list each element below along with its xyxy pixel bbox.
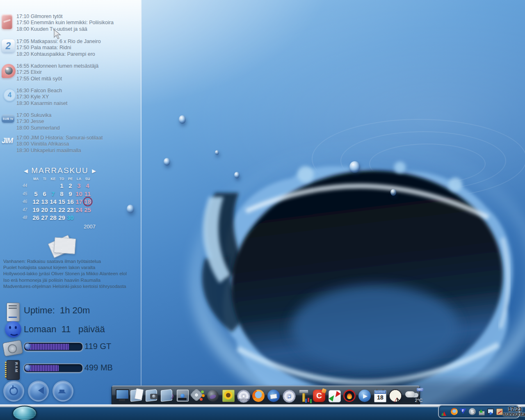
home-button[interactable] (52, 381, 73, 402)
program-line: 17:50 Pala maata: Ridni (16, 45, 101, 51)
calendar-prev-icon[interactable]: ◀ (23, 168, 29, 174)
nelonen-channel-icon[interactable]: 4 (3, 89, 16, 101)
dock-calendar-month: MARRAS (374, 390, 386, 394)
skype-glyph: S (471, 409, 474, 414)
dock-icon-my-computer[interactable] (114, 387, 129, 404)
tv2-glyph: 2 (6, 41, 11, 52)
calendar-day[interactable]: 26 (32, 214, 40, 221)
tv1-channel-icon[interactable] (2, 14, 12, 29)
uptime-text: Uptime: 1h 20m (24, 305, 90, 316)
dock-icon-media-player-dark[interactable] (205, 387, 220, 404)
dock-icon-control-panel[interactable] (190, 387, 205, 404)
tv2-channel-icon[interactable]: 2 (2, 39, 15, 52)
dock-icon-calendar[interactable]: MARRAS18 (372, 387, 387, 404)
water-droplet (164, 158, 170, 166)
dock-icon-network-places[interactable] (175, 387, 190, 404)
start-orb-button[interactable] (12, 406, 37, 420)
taskbar-clock[interactable]: 17:23 sunnuntai (503, 406, 525, 417)
subtv-channel-icon[interactable]: SUB tv (2, 114, 14, 123)
calendar-day-headers: MATIKETOPELASU (32, 177, 97, 181)
dock-icon-system-tools[interactable] (297, 387, 311, 404)
program-line: 18:30 Uhkapeluri maailmalla (16, 148, 103, 154)
calendar-day[interactable]: 7 (49, 190, 57, 197)
program-line: 17:50 Enemmän kuin lemmikki: Poliisikoir… (16, 20, 114, 26)
back-button[interactable] (28, 381, 49, 402)
jim-channel-icon[interactable]: JIM (2, 137, 13, 145)
panel-divider (141, 0, 142, 405)
antivirus-tray-icon[interactable] (441, 408, 449, 415)
calendar-day[interactable]: 27 (40, 214, 49, 221)
calendar-day[interactable]: 30 (66, 214, 75, 221)
calendar-day[interactable]: 14 (49, 198, 57, 205)
firefox-tray-icon[interactable] (450, 408, 458, 415)
calendar-day[interactable]: 23 (66, 206, 75, 213)
calendar-day[interactable]: 9 (66, 190, 75, 197)
ram-icon: RAM (7, 360, 20, 380)
calendar-day[interactable]: 13 (40, 198, 49, 205)
dock-calendar-day: 18 (374, 394, 386, 401)
clock-time: 17:23 (503, 406, 525, 412)
usb-eject-tray-icon[interactable] (477, 408, 485, 415)
dock-icon-itunes[interactable]: ♫ (281, 387, 296, 404)
dock-icon-weather[interactable]: ABC 2°C (403, 387, 424, 404)
fsecure-tray-icon[interactable]: F (459, 408, 467, 415)
water-droplet (215, 150, 219, 155)
dock-icon-ccleaner[interactable]: C (312, 387, 326, 404)
dock-icon-image-viewer[interactable] (221, 387, 235, 404)
calendar-week-number: 46 (23, 199, 32, 204)
disk-usage-bar (23, 342, 83, 352)
calendar-next-icon[interactable]: ▶ (91, 168, 97, 174)
calendar-week-number: 47 (23, 208, 32, 212)
calendar-day[interactable]: 24 (75, 206, 83, 213)
calendar-day[interactable]: 10 (75, 190, 83, 197)
power-button[interactable] (3, 381, 24, 402)
system-tray: F S 17:23 sunnuntai (438, 405, 520, 418)
calendar-day-header: MA (32, 177, 40, 181)
calendar-day[interactable]: 8 (57, 190, 66, 197)
calendar-day[interactable]: 28 (49, 214, 57, 221)
dock-icon-thunderbird[interactable] (266, 387, 281, 404)
dock-icon-documents-folder[interactable] (130, 387, 144, 404)
dock-icon-music-folder[interactable]: ♪ (160, 387, 175, 404)
calendar-day[interactable]: 19 (32, 206, 40, 213)
calendar-grid: 4412344556789101146121314151617184719202… (23, 182, 97, 222)
water-droplet (349, 161, 360, 173)
mtv3-channel-icon[interactable] (2, 64, 16, 78)
calendar-day-header: KE (49, 177, 57, 181)
calendar-day-header: SU (83, 177, 92, 181)
clock-day: sunnuntai (503, 412, 525, 417)
calendar-day[interactable]: 16 (66, 198, 75, 205)
calendar-day[interactable]: 2 (66, 182, 75, 189)
desktop: 17:10 Gilmoren tytöt 17:50 Enemmän kuin … (0, 0, 525, 420)
back-arrow-icon (34, 387, 44, 394)
calendar-day[interactable]: 4 (83, 182, 92, 189)
calendar-day[interactable]: 15 (57, 198, 66, 205)
program-line: 17:55 Olet mitä syöt (16, 76, 98, 82)
notes-tray-icon[interactable] (495, 408, 503, 415)
calendar-day[interactable]: 25 (83, 206, 92, 213)
calendar-today[interactable]: 18 (83, 198, 92, 205)
skype-offline-tray-icon[interactable]: S (468, 408, 476, 415)
calendar-day[interactable]: 12 (32, 198, 40, 205)
network-monitor-tray-icon[interactable] (486, 408, 494, 415)
program-line: 18:00 Viinitila Afrikassa (16, 141, 103, 147)
calendar-day[interactable]: 6 (40, 190, 49, 197)
dock-icon-firefox[interactable] (251, 387, 266, 404)
calendar-day[interactable]: 22 (57, 206, 66, 213)
water-splash-artwork (144, 135, 525, 410)
calendar-day[interactable]: 17 (75, 198, 83, 205)
dock-icon-dvd-profiler[interactable]: invelos (236, 387, 251, 404)
calendar-widget: ◀ MARRASKUU ▶ MATIKETOPELASU 44123445567… (23, 166, 97, 230)
dock-icon-pictures-folder[interactable] (145, 387, 160, 404)
calendar-day[interactable]: 29 (57, 214, 66, 221)
dock-icon-clock[interactable] (388, 387, 402, 404)
calendar-day[interactable]: 3 (75, 182, 83, 189)
calendar-day[interactable]: 1 (57, 182, 66, 189)
calendar-day[interactable]: 20 (40, 206, 49, 213)
dock-icon-disc-burner[interactable] (342, 387, 357, 404)
calendar-day[interactable]: 21 (49, 206, 57, 213)
calendar-day[interactable]: 11 (83, 190, 92, 197)
dock-icon-transfer-arrows[interactable] (327, 387, 342, 404)
dock-icon-media-player-blue[interactable]: ▶ (357, 387, 372, 404)
calendar-day[interactable]: 5 (32, 190, 40, 197)
